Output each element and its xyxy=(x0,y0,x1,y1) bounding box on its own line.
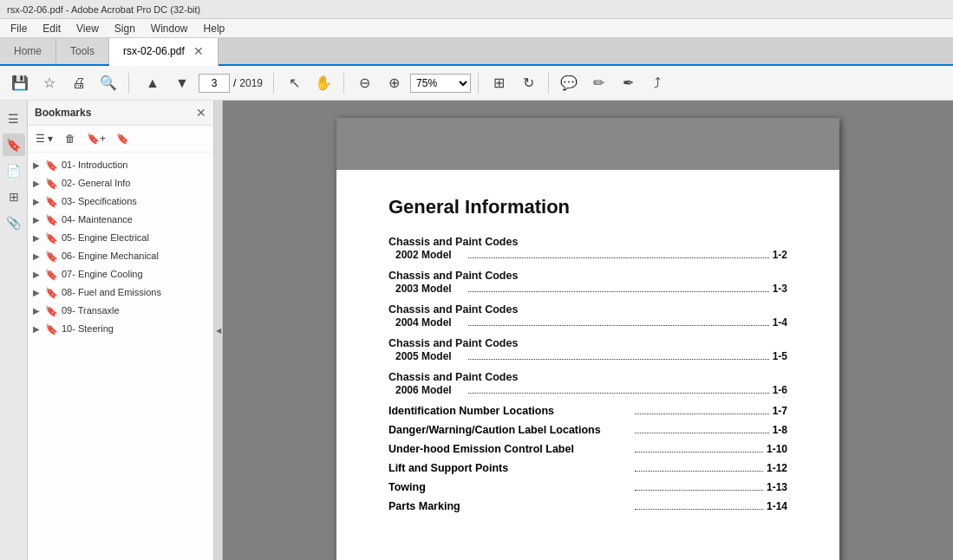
attachments-panel-button[interactable]: 📎 xyxy=(3,212,25,234)
toc-entry-4: Chassis and Paint Codes 2006 Model 1-6 xyxy=(388,371,787,396)
toc-single-page-5: 1-14 xyxy=(767,500,787,512)
pages-panel-button[interactable]: 📄 xyxy=(3,160,25,182)
bookmark-label-07: 07- Engine Cooling xyxy=(62,268,143,280)
bookmark-label-04: 04- Maintenance xyxy=(62,213,133,225)
section-title: General Information xyxy=(388,196,787,218)
comment-button[interactable]: 💬 xyxy=(556,71,582,95)
title-bar-text: rsx-02-06.pdf - Adobe Acrobat Pro DC (32… xyxy=(7,4,200,15)
bookmark-icon: 🔖 xyxy=(45,287,58,299)
markup-button[interactable]: ✒ xyxy=(615,71,641,95)
page-number-input[interactable] xyxy=(199,74,230,93)
bookmarks-add-button[interactable]: 🔖+ xyxy=(85,129,108,148)
toc-sub-2: 2004 Model 1-4 xyxy=(388,316,787,329)
next-page-button[interactable]: ▼ xyxy=(169,71,195,95)
toc-single-label-2: Under-hood Emission Control Label xyxy=(388,443,631,455)
toc-sub-label-1: 2003 Model xyxy=(395,283,465,295)
toc-single-dots-3 xyxy=(635,471,763,472)
menu-edit[interactable]: Edit xyxy=(36,21,68,36)
bookmark-item-01[interactable]: ▶ 🔖 01- Introduction xyxy=(28,156,213,174)
menu-window[interactable]: Window xyxy=(144,21,195,36)
toc-entry-2: Chassis and Paint Codes 2004 Model 1-4 xyxy=(388,303,787,329)
rotate-button[interactable]: ↻ xyxy=(515,71,541,95)
panel-toggle-button[interactable]: ☰ xyxy=(3,107,25,130)
menu-help[interactable]: Help xyxy=(197,21,232,36)
prev-page-button[interactable]: ▲ xyxy=(140,71,166,95)
toc-sub-label-4: 2006 Model xyxy=(395,384,465,396)
toc-single-dots-5 xyxy=(635,509,763,510)
chevron-right-icon: ▶ xyxy=(33,324,42,334)
share-button[interactable]: ⤴ xyxy=(644,71,670,95)
save-button[interactable]: 💾 xyxy=(7,71,33,95)
bookmark-item-06[interactable]: ▶ 🔖 06- Engine Mechanical xyxy=(28,247,213,265)
menu-bar: File Edit View Sign Window Help xyxy=(0,19,953,38)
toc-single-2: Under-hood Emission Control Label 1-10 xyxy=(388,443,787,455)
zoom-select[interactable]: 50% 75% 75% 100% 125% 150% xyxy=(410,74,471,93)
chevron-right-icon: ▶ xyxy=(33,197,42,206)
zoom-out-button[interactable]: ⊖ xyxy=(351,71,377,95)
bookmark-item-09[interactable]: ▶ 🔖 09- Transaxle xyxy=(28,302,213,320)
bookmark-item-08[interactable]: ▶ 🔖 08- Fuel and Emissions xyxy=(28,283,213,302)
main-area: ☰ 🔖 📄 ⊞ 📎 Bookmarks ✕ ☰ ▾ 🗑 🔖+ 🔖 ▶ 🔖 01-… xyxy=(0,101,953,560)
bookmark-icon: 🔖 xyxy=(45,323,58,335)
toc-single-dots-4 xyxy=(635,490,763,491)
toc-single-3: Lift and Support Points 1-12 xyxy=(388,462,787,474)
bookmark-item-05[interactable]: ▶ 🔖 05- Engine Electrical xyxy=(28,229,213,247)
tab-tools[interactable]: Tools xyxy=(56,38,109,64)
toc-dots-4 xyxy=(468,393,769,394)
search-button[interactable]: 🔍 xyxy=(95,71,121,95)
toc-single-page-3: 1-12 xyxy=(767,462,787,474)
sidebar-icons: ☰ 🔖 📄 ⊞ 📎 xyxy=(0,101,28,560)
zoom-in-button[interactable]: ⊕ xyxy=(381,71,407,95)
toc-single-page-0: 1-7 xyxy=(773,405,787,417)
page-separator: / xyxy=(233,77,236,89)
pdf-area[interactable]: General Information Chassis and Paint Co… xyxy=(223,101,953,560)
chevron-right-icon: ▶ xyxy=(33,233,42,243)
bookmark-icon: 🔖 xyxy=(45,232,58,244)
print-button[interactable]: 🖨 xyxy=(66,71,92,95)
menu-view[interactable]: View xyxy=(69,21,106,36)
hand-tool-button[interactable]: ✋ xyxy=(310,71,336,95)
toc-single-5: Parts Marking 1-14 xyxy=(388,500,787,512)
bookmark-button[interactable]: ☆ xyxy=(36,71,62,95)
chevron-right-icon: ▶ xyxy=(33,251,42,261)
toc-entry-3: Chassis and Paint Codes 2005 Model 1-5 xyxy=(388,337,787,362)
bookmarks-panel-button[interactable]: 🔖 xyxy=(3,133,25,156)
bookmarks-newbookmark-button[interactable]: 🔖 xyxy=(111,129,134,148)
pdf-page: General Information Chassis and Paint Co… xyxy=(336,118,839,560)
menu-sign[interactable]: Sign xyxy=(108,21,142,36)
highlight-button[interactable]: ✏ xyxy=(585,71,611,95)
fit-page-button[interactable]: ⊞ xyxy=(486,71,512,95)
bookmark-item-02[interactable]: ▶ 🔖 02- General Info xyxy=(28,174,213,192)
bookmark-item-10[interactable]: ▶ 🔖 10- Steering xyxy=(28,320,213,338)
bookmark-icon: 🔖 xyxy=(45,251,58,263)
toc-sub-label-0: 2002 Model xyxy=(395,249,465,261)
panel-collapse-handle[interactable]: ◀ xyxy=(214,101,223,560)
bookmarks-close-button[interactable]: ✕ xyxy=(196,106,206,120)
menu-file[interactable]: File xyxy=(3,21,34,36)
cursor-tool-button[interactable]: ↖ xyxy=(281,71,307,95)
tab-pdf[interactable]: rsx-02-06.pdf ✕ xyxy=(109,38,219,66)
toc-single-page-4: 1-13 xyxy=(767,481,787,493)
toc-page-4: 1-6 xyxy=(773,384,787,396)
toc-main-1: Chassis and Paint Codes xyxy=(388,270,787,282)
toc-page-0: 1-2 xyxy=(773,249,787,261)
toc-single-dots-2 xyxy=(635,452,763,453)
bookmark-item-07[interactable]: ▶ 🔖 07- Engine Cooling xyxy=(28,265,213,283)
bookmark-item-04[interactable]: ▶ 🔖 04- Maintenance xyxy=(28,211,213,229)
bookmarks-delete-button[interactable]: 🗑 xyxy=(59,129,82,148)
toc-single-page-1: 1-8 xyxy=(773,424,787,436)
tab-close-icon[interactable]: ✕ xyxy=(193,44,204,58)
title-bar: rsx-02-06.pdf - Adobe Acrobat Pro DC (32… xyxy=(0,0,953,19)
tab-home[interactable]: Home xyxy=(0,38,56,64)
bookmarks-title: Bookmarks xyxy=(35,107,91,119)
page-total: 2019 xyxy=(239,77,263,89)
toolbar: 💾 ☆ 🖨 🔍 ▲ ▼ / 2019 ↖ ✋ ⊖ ⊕ 50% 75% 75% 1… xyxy=(0,66,953,101)
bookmark-icon: 🔖 xyxy=(45,269,58,281)
toc-single-label-5: Parts Marking xyxy=(388,500,631,512)
toc-sub-0: 2002 Model 1-2 xyxy=(388,249,787,261)
bookmark-item-03[interactable]: ▶ 🔖 03- Specifications xyxy=(28,192,213,211)
layers-panel-button[interactable]: ⊞ xyxy=(3,186,25,208)
bookmark-icon: 🔖 xyxy=(45,305,58,317)
toc-single-page-2: 1-10 xyxy=(767,443,787,455)
bookmarks-menu-button[interactable]: ☰ ▾ xyxy=(33,129,55,148)
